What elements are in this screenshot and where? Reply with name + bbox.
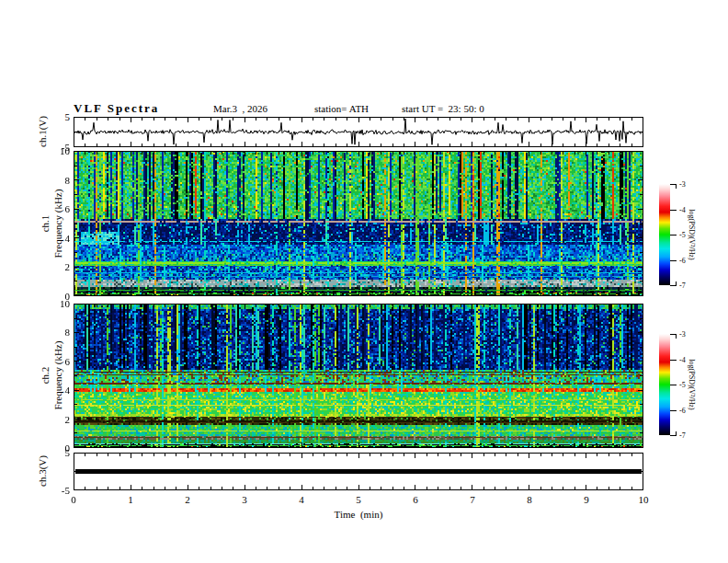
colorbar-tick: [670, 210, 677, 211]
colorbar-tick: [676, 282, 677, 286]
colorbar-ch1-label: log(PSD)(V²/Hz): [688, 209, 696, 259]
ch2-spectrogram-plot: [74, 304, 643, 448]
ch3-waveform-plot: [74, 453, 643, 490]
ch1-spec-ytick: 6: [46, 203, 70, 214]
colorbar-ch2: [659, 334, 670, 435]
ch2-spec-ytick: 8: [46, 327, 70, 338]
time-tick-label: 1: [117, 494, 144, 505]
colorbar-tick-label: -4: [679, 356, 686, 364]
time-axis-label: Time (min): [303, 509, 414, 520]
colorbar-tick-label: -4: [679, 206, 686, 214]
colorbar-ch2-label: log(PSD)(V²/Hz): [688, 359, 696, 409]
colorbar-tick-label: -7: [679, 431, 686, 440]
ylabel-ch2-frequency: Frequency (kHz): [52, 341, 63, 410]
time-tick-label: 5: [345, 494, 372, 505]
ch2-spec-ytick: 4: [46, 385, 70, 396]
ch1-wave-ytick: 5: [46, 111, 70, 122]
colorbar-tick-label: -3: [679, 330, 686, 339]
ch1-spec-ytick: 10: [46, 145, 70, 156]
time-tick-label: 10: [630, 494, 657, 505]
time-tick-label: 8: [516, 494, 543, 505]
colorbar-tick: [676, 334, 677, 339]
ylabel-ch1: ch.1: [40, 215, 51, 233]
time-tick-label: 7: [459, 494, 486, 505]
colorbar-tick: [670, 360, 677, 361]
page-title: VLF Spectra: [74, 101, 159, 116]
colorbar-tick: [670, 385, 677, 385]
time-tick-label: 6: [402, 494, 429, 505]
ch1-spec-ytick: 4: [46, 233, 70, 244]
colorbar-tick: [670, 260, 677, 261]
ch1-spec-ytick: 2: [46, 261, 70, 272]
colorbar-tick-label: -6: [679, 407, 686, 415]
colorbar-ch1: [659, 184, 670, 285]
ch3-wave-ytick: 5: [46, 447, 70, 458]
header-start-ut: start UT = 23: 50: 0: [402, 103, 484, 114]
colorbar-tick: [676, 184, 677, 189]
time-tick-label: 0: [60, 494, 87, 505]
ch2-spec-ytick: 2: [46, 414, 70, 425]
time-tick-label: 9: [573, 494, 600, 505]
ch2-spec-ytick: 10: [46, 298, 70, 309]
ch1-spec-ytick: 8: [46, 175, 70, 186]
time-tick-label: 2: [174, 494, 201, 505]
ylabel-ch2: ch.2: [40, 367, 51, 385]
colorbar-tick-label: -5: [679, 381, 686, 389]
colorbar-tick-label: -7: [679, 282, 686, 290]
colorbar-tick-label: -6: [679, 257, 686, 265]
ch1-waveform-plot: [74, 117, 643, 147]
time-tick-label: 4: [288, 494, 315, 505]
colorbar-tick-label: -5: [679, 231, 686, 239]
ylabel-ch1-frequency: Frequency (kHz): [52, 190, 63, 259]
ylabel-ch3-volts: ch.3(V): [37, 455, 48, 487]
colorbar-tick: [670, 410, 677, 411]
colorbar-tick-label: -3: [679, 180, 686, 189]
header-date: Mar.3 , 2026: [213, 103, 267, 114]
time-tick-label: 3: [231, 494, 258, 505]
ch1-spectrogram-plot: [74, 151, 643, 296]
ch2-spec-ytick: 6: [46, 356, 70, 367]
colorbar-tick: [670, 235, 677, 236]
vlf-spectra-figure: VLF Spectra Mar.3 , 2026 station= ATH st…: [0, 0, 728, 563]
header-station: station= ATH: [314, 103, 369, 114]
colorbar-tick: [676, 431, 677, 436]
